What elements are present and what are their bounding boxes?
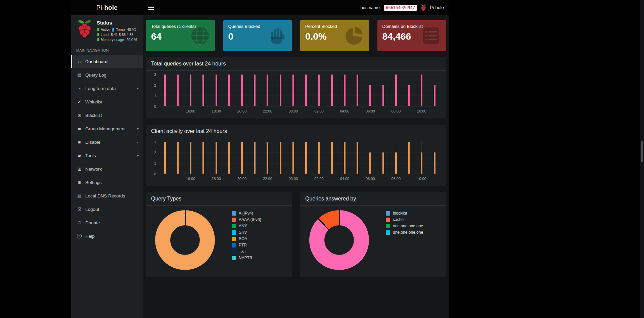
sidebar-item-whitelist[interactable]: ✔Whitelist	[71, 95, 143, 108]
bar[interactable]	[164, 75, 166, 106]
legend-item[interactable]: PTR	[232, 243, 261, 247]
bar[interactable]	[228, 75, 230, 106]
bar[interactable]	[254, 142, 256, 174]
x-tick-spacer	[274, 174, 287, 183]
sidebar: Status Active Temp: 40 °C Load: 5.41 5.6…	[71, 15, 143, 318]
bar[interactable]	[382, 152, 384, 174]
sidebar-item-settings[interactable]: ⚙Settings	[71, 176, 143, 189]
bar[interactable]	[241, 142, 243, 174]
x-tick-label: 18:00	[210, 106, 223, 115]
bar[interactable]	[177, 75, 179, 106]
bar[interactable]	[421, 152, 422, 174]
bar[interactable]	[292, 142, 294, 174]
bar[interactable]	[408, 85, 410, 106]
legend-item[interactable]: NAPTR	[232, 256, 261, 260]
sidebar-item-long-term-data[interactable]: ◔Long term data▾	[71, 82, 143, 95]
bar[interactable]	[357, 75, 358, 106]
bar[interactable]	[357, 142, 358, 174]
legend-item[interactable]: one.one.one.one	[386, 224, 423, 228]
bar[interactable]	[382, 85, 384, 106]
sidebar-item-group-management[interactable]: ☻Group Management▾	[71, 122, 143, 135]
bar[interactable]	[344, 75, 346, 106]
plot-area[interactable]	[158, 142, 441, 174]
topbar-right: hostname: 666154e2d947 Pi-hole	[361, 4, 444, 11]
legend-item[interactable]: cache	[386, 217, 423, 222]
scrollbar-thumb[interactable]	[641, 141, 643, 162]
chevron-down-icon: ▾	[137, 87, 139, 90]
total-queries-chart[interactable]: 0123 16:0018:0020:0022:0000:0002:0004:00…	[146, 71, 446, 119]
bar-slot	[402, 142, 415, 174]
bar[interactable]	[280, 75, 281, 106]
query-types-donut[interactable]	[155, 210, 215, 270]
x-tick-spacer	[402, 106, 415, 115]
sidebar-item-label: Group Management	[85, 126, 126, 131]
legend-item[interactable]: blocklist	[386, 211, 423, 216]
sidebar-item-logout[interactable]: ☒Logout	[71, 202, 143, 216]
status-dot	[97, 33, 99, 36]
legend-item[interactable]: A (IPv4)	[232, 211, 261, 216]
bar[interactable]	[395, 75, 397, 106]
sidebar-item-blacklist[interactable]: ⊘Blacklist	[71, 108, 143, 122]
legend-item[interactable]: SRV	[232, 230, 261, 235]
bar[interactable]	[241, 75, 243, 106]
bar[interactable]	[395, 152, 397, 174]
bar[interactable]	[164, 142, 166, 174]
x-tick-spacer	[300, 174, 313, 183]
bar[interactable]	[280, 142, 281, 174]
bar[interactable]	[190, 75, 191, 106]
bar[interactable]	[434, 152, 435, 174]
bar[interactable]	[408, 142, 410, 174]
bar-slot	[364, 142, 377, 174]
main-content: Total queries (1 clients) 64 Queries Blo…	[143, 15, 449, 318]
bar[interactable]	[331, 142, 333, 174]
bar[interactable]	[305, 142, 307, 174]
sidebar-item-dashboard[interactable]: ⌂Dashboard	[71, 55, 143, 68]
bar[interactable]	[369, 85, 371, 106]
bar[interactable]	[305, 75, 307, 106]
legend-item[interactable]: SOA	[232, 236, 261, 241]
sidebar-item-query-log[interactable]: ▤Query Log	[71, 68, 143, 82]
panel-title: Query Types	[151, 196, 287, 202]
queries-answered-donut[interactable]	[309, 210, 369, 270]
y-tick-label: 0	[154, 172, 156, 176]
bar[interactable]	[202, 142, 204, 174]
bar[interactable]	[190, 142, 191, 174]
sidebar-item-tools[interactable]: ▰Tools▾	[71, 149, 143, 162]
legend-label: AAAA (IPv6)	[239, 217, 261, 222]
bar[interactable]	[267, 75, 268, 106]
bar[interactable]	[216, 75, 217, 106]
bar[interactable]	[369, 152, 371, 174]
sidebar-item-network[interactable]: ⊞Network	[71, 162, 143, 176]
sidebar-toggle-button[interactable]	[143, 0, 160, 15]
bar[interactable]	[216, 142, 217, 174]
bar[interactable]	[434, 85, 435, 106]
sidebar-item-help[interactable]: ?Help	[71, 229, 143, 243]
legend-item[interactable]: TXT	[232, 249, 261, 254]
bar[interactable]	[267, 142, 268, 174]
bar[interactable]	[318, 75, 320, 106]
bar[interactable]	[177, 142, 179, 174]
bar[interactable]	[331, 75, 333, 106]
legend-item[interactable]: ANY	[232, 224, 261, 228]
legend-item[interactable]: AAAA (IPv6)	[232, 217, 261, 222]
bar-slot	[351, 75, 364, 106]
client-activity-chart[interactable]: 0123 16:0018:0020:0022:0000:0002:0004:00…	[146, 138, 446, 186]
app-logo[interactable]: Pi-hole	[71, 0, 143, 15]
x-tick-spacer	[428, 174, 441, 183]
sidebar-item-donate[interactable]: ℗Donate	[71, 216, 143, 229]
sidebar-item-local-dns-records[interactable]: ▥Local DNS Records	[71, 189, 143, 202]
bar[interactable]	[254, 75, 256, 106]
bar[interactable]	[421, 75, 422, 106]
bar-slot	[184, 142, 197, 174]
scrollbar[interactable]	[640, 0, 644, 318]
plot-area[interactable]	[158, 75, 441, 106]
bar[interactable]	[202, 75, 204, 106]
sidebar-item-disable[interactable]: ■Disable▾	[71, 135, 143, 149]
bar[interactable]	[344, 142, 346, 174]
bar[interactable]	[318, 142, 320, 174]
legend-item[interactable]: one.one.one.one	[386, 230, 423, 235]
gear-icon: ⚙	[77, 180, 82, 185]
bar[interactable]	[228, 142, 230, 174]
legend-swatch	[232, 218, 236, 222]
bar[interactable]	[292, 75, 294, 106]
